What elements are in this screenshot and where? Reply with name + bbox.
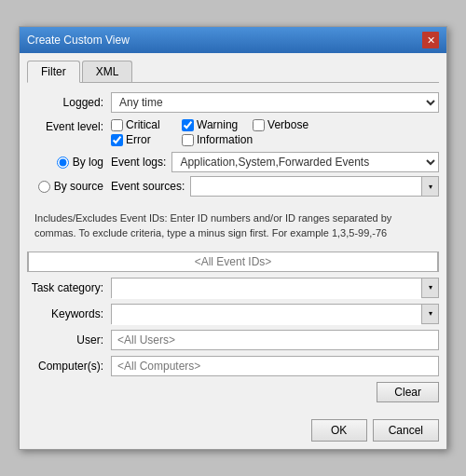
computer-row: Computer(s): [27, 356, 439, 376]
dialog-footer: OK Cancel [20, 414, 446, 449]
dialog-body: Filter XML Logged: Any timeLast hourLast… [20, 53, 446, 414]
user-input[interactable] [111, 330, 439, 350]
keywords-input[interactable] [112, 305, 421, 325]
task-category-row: Task category: ▾ [27, 278, 439, 298]
event-ids-input[interactable] [28, 252, 438, 272]
task-category-label: Task category: [27, 281, 111, 294]
event-level-row: Event level: Critical Warning Verbose Er… [27, 118, 439, 146]
log-source-section: By log Event logs: Application,System,Fo… [27, 152, 439, 200]
dialog: Create Custom View ✕ Filter XML Logged: … [19, 26, 447, 450]
tab-filter[interactable]: Filter [27, 61, 80, 83]
dialog-title: Create Custom View [27, 34, 130, 47]
keywords-arrow: ▾ [421, 305, 438, 323]
user-label: User: [27, 333, 111, 347]
checkbox-verbose-input[interactable] [253, 119, 265, 131]
computer-control [111, 356, 439, 376]
clear-button[interactable]: Clear [377, 382, 439, 402]
logged-select[interactable]: Any timeLast hourLast 12 hoursLast 24 ho… [111, 92, 439, 113]
cancel-button[interactable]: Cancel [373, 419, 439, 442]
by-log-label: By log [73, 156, 103, 169]
title-bar: Create Custom View ✕ [20, 27, 446, 53]
tab-xml[interactable]: XML [82, 61, 133, 82]
checkbox-error: Error [111, 133, 182, 146]
checkbox-critical: Critical [111, 118, 182, 131]
event-ids-display [27, 252, 439, 272]
checkbox-warning-label: Warning [197, 118, 238, 131]
by-log-row: By log Event logs: Application,System,Fo… [27, 152, 439, 172]
user-row: User: [27, 330, 439, 350]
event-logs-select[interactable]: Application,System,Forwarded Events [171, 152, 439, 172]
keywords-wrapper: ▾ [111, 304, 439, 324]
clear-button-row: Clear [27, 382, 439, 402]
task-category-arrow: ▾ [421, 279, 438, 297]
event-level-label: Event level: [27, 118, 111, 133]
by-source-row: By source Event sources: ▾ [27, 176, 439, 197]
by-source-radio-col: By source [27, 180, 111, 193]
tab-bar: Filter XML [27, 61, 439, 83]
ok-button[interactable]: OK [311, 419, 367, 442]
by-log-radio-col: By log [27, 156, 111, 169]
checkbox-information: Information [182, 133, 253, 146]
event-sources-input [191, 177, 421, 197]
by-log-radio[interactable] [57, 156, 69, 169]
checkbox-warning-input[interactable] [182, 119, 194, 131]
user-control [111, 330, 439, 350]
logged-row: Logged: Any timeLast hourLast 12 hoursLa… [27, 92, 439, 113]
event-logs-label: Event logs: [111, 156, 166, 169]
checkbox-error-input[interactable] [111, 134, 123, 146]
computer-input[interactable] [111, 356, 439, 376]
event-ids-row [27, 252, 439, 272]
checkbox-critical-label: Critical [126, 118, 160, 131]
keywords-row: Keywords: ▾ [27, 304, 439, 324]
checkbox-information-label: Information [197, 133, 253, 146]
checkbox-verbose-label: Verbose [267, 118, 308, 131]
logged-control: Any timeLast hourLast 12 hoursLast 24 ho… [111, 92, 439, 113]
task-category-wrapper: ▾ [111, 278, 439, 298]
task-category-input[interactable] [112, 279, 421, 299]
keywords-label: Keywords: [27, 307, 111, 320]
description-text: Includes/Excludes Event IDs: Enter ID nu… [27, 206, 439, 246]
logged-label: Logged: [27, 96, 111, 109]
checkbox-information-input[interactable] [182, 134, 194, 146]
event-level-checkboxes: Critical Warning Verbose Error Informati… [111, 118, 323, 146]
computer-label: Computer(s): [27, 360, 111, 373]
checkbox-verbose: Verbose [253, 118, 323, 131]
checkbox-critical-input[interactable] [111, 119, 123, 131]
event-sources-label: Event sources: [111, 180, 185, 193]
event-sources-select-wrapper: ▾ [190, 176, 439, 197]
by-source-radio[interactable] [38, 181, 50, 193]
by-source-label: By source [54, 180, 103, 193]
checkbox-warning: Warning [182, 118, 253, 131]
close-button[interactable]: ✕ [422, 32, 439, 48]
event-sources-arrow: ▾ [421, 177, 438, 196]
event-logs-select-wrapper: Application,System,Forwarded Events [171, 152, 439, 172]
checkbox-error-label: Error [126, 133, 151, 146]
